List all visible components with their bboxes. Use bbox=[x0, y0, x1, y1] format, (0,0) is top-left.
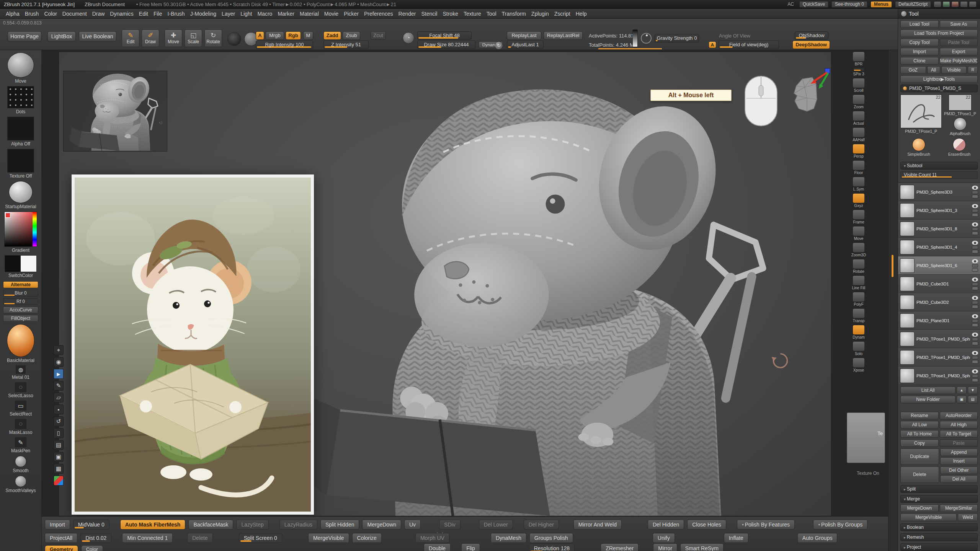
quicksave-button[interactable]: QuickSave bbox=[799, 1, 828, 8]
document-minimap[interactable] bbox=[63, 71, 167, 152]
uv-icon[interactable] bbox=[972, 287, 978, 290]
replay-last-rel-button[interactable]: ReplayLastRel bbox=[544, 31, 583, 40]
menu-item[interactable]: Marker bbox=[275, 10, 297, 18]
mergesimilar-button[interactable]: MergeSimilar bbox=[940, 504, 978, 512]
menu-item[interactable]: Stroke bbox=[440, 10, 461, 18]
tray-tool[interactable]: ✎ MaskPen bbox=[11, 437, 30, 453]
subpalette-button[interactable]: Morph UV bbox=[415, 533, 449, 543]
grid-icon[interactable]: ▦ bbox=[54, 464, 64, 474]
subpalette-button[interactable]: Min Connected 1 bbox=[122, 533, 173, 543]
move-button[interactable]: ✚Move bbox=[165, 29, 182, 47]
undo-icon[interactable]: ↺ bbox=[54, 416, 64, 426]
subpalette-button[interactable]: MergeDown bbox=[362, 520, 401, 530]
subpalette-button[interactable]: Unify bbox=[653, 533, 675, 543]
subpalette-button[interactable]: Colorize bbox=[352, 533, 382, 543]
menu-item[interactable]: Edit bbox=[136, 10, 151, 18]
home-page-button[interactable]: Home Page bbox=[8, 31, 41, 41]
append-button[interactable]: Append bbox=[940, 448, 978, 456]
zadd-button[interactable]: Zadd bbox=[323, 31, 341, 40]
pencil-icon[interactable]: ✎ bbox=[54, 381, 64, 391]
all-high-button[interactable]: All High bbox=[940, 421, 978, 429]
replay-last-button[interactable]: ReplayLast bbox=[507, 31, 541, 40]
strip-tool[interactable]: Persp bbox=[853, 144, 865, 158]
weld-button[interactable]: Weld bbox=[958, 514, 978, 521]
menu-item[interactable]: Texture bbox=[461, 10, 484, 18]
PM3D_TPose1_PM3D_Sphere3[interactable]: PM3D_TPose1_PM3D_Sphere3 bbox=[898, 367, 980, 385]
lightbox-tools-button[interactable]: Lightbox▶Tools bbox=[900, 75, 978, 83]
strip-tool[interactable]: Transp bbox=[853, 308, 865, 323]
eye-icon[interactable]: ◉ bbox=[54, 357, 64, 367]
uv-icon[interactable] bbox=[972, 323, 978, 327]
split-section-header[interactable]: Split bbox=[900, 485, 978, 493]
zbrush-document[interactable]: Alt + Mouse left bbox=[59, 52, 831, 516]
PM3D_Sphere3D3[interactable]: PM3D_Sphere3D3 bbox=[898, 183, 980, 201]
paste-subtool-button[interactable]: Paste bbox=[940, 439, 978, 447]
polypaint-icon[interactable] bbox=[972, 191, 978, 194]
uv-icon[interactable] bbox=[972, 195, 978, 198]
tray-tool[interactable]: BasicMaterial bbox=[7, 324, 34, 363]
stroke-picker-icon[interactable] bbox=[227, 32, 241, 46]
reference-photo[interactable] bbox=[72, 174, 314, 515]
polypaint-icon[interactable] bbox=[972, 246, 978, 249]
all-low-button[interactable]: All Low bbox=[900, 421, 939, 429]
uv-icon[interactable] bbox=[972, 231, 978, 235]
save-as-button[interactable]: Save As bbox=[940, 20, 978, 28]
subtool-section-header[interactable]: Subtool bbox=[900, 162, 978, 170]
uv-icon[interactable] bbox=[972, 342, 978, 345]
palette-tab[interactable]: Double bbox=[424, 543, 451, 551]
eye-icon[interactable] bbox=[972, 314, 978, 318]
menu-item[interactable]: Dynamics bbox=[107, 10, 136, 18]
tray-tool[interactable]: Gradient bbox=[4, 212, 37, 253]
help-icon[interactable] bbox=[969, 2, 976, 7]
focal-shift-slider[interactable]: Focal Shift 48 bbox=[417, 31, 472, 40]
PM3D_Sphere3D1_8[interactable]: PM3D_Sphere3D1_8 bbox=[898, 220, 980, 238]
alphabrush-icon[interactable] bbox=[954, 117, 967, 130]
subpalette-button[interactable]: MergeVisible bbox=[308, 533, 349, 543]
menu-item[interactable]: Picker bbox=[341, 10, 361, 18]
menu-item[interactable]: Draw bbox=[90, 10, 108, 18]
polypaint-icon[interactable] bbox=[972, 337, 978, 341]
menu-item[interactable]: File bbox=[151, 10, 165, 18]
eraserbrush-item[interactable]: EraserBrush bbox=[941, 138, 978, 156]
goz-all-button[interactable]: All bbox=[927, 66, 940, 74]
uv-icon[interactable] bbox=[972, 268, 978, 272]
points-gradient-bar[interactable] bbox=[632, 29, 638, 47]
subpalette-button[interactable]: Dist 0.02 bbox=[80, 533, 111, 543]
menus-button[interactable]: Menus bbox=[871, 1, 892, 8]
subpalette-button[interactable]: Del Lower bbox=[479, 520, 513, 530]
import-button[interactable]: Import bbox=[900, 48, 939, 55]
menu-item[interactable]: Alpha bbox=[3, 10, 22, 18]
autoreorder-button[interactable]: AutoReorder bbox=[940, 412, 978, 419]
subpalette-button[interactable]: Split Hidden bbox=[320, 520, 359, 530]
subpalette-button[interactable]: Split Screen 0 bbox=[239, 533, 282, 543]
blur-slider[interactable]: Blur 0 bbox=[3, 290, 38, 297]
all-to-target-button[interactable]: All To Target bbox=[940, 430, 978, 438]
rotate-button[interactable]: ↻Rotate bbox=[204, 29, 222, 47]
menu-item[interactable]: Color bbox=[41, 10, 59, 18]
new-folder-button[interactable]: New Folder bbox=[900, 396, 956, 403]
menu-item[interactable]: Light bbox=[238, 10, 255, 18]
simplebrush-item[interactable]: SimpleBrush bbox=[900, 138, 937, 156]
tray-tool[interactable]: Alpha Off bbox=[7, 117, 34, 147]
uv-icon[interactable] bbox=[972, 213, 978, 217]
accucurve-button[interactable]: AccuCurve bbox=[3, 306, 38, 313]
palette-tab[interactable]: Color bbox=[81, 545, 103, 551]
eye-icon[interactable] bbox=[972, 186, 978, 190]
subpalette-button[interactable]: Polish By Groups bbox=[813, 520, 867, 530]
see-through-slider[interactable]: See-through 0 bbox=[831, 1, 867, 8]
menu-item[interactable]: Stencil bbox=[418, 10, 440, 18]
draw-button[interactable]: ✐Draw bbox=[142, 29, 159, 47]
recent-tool-thumbnail[interactable]: 22 bbox=[949, 95, 972, 111]
subpalette-button[interactable]: Del Higher bbox=[524, 520, 559, 530]
subpalette-button[interactable]: SDiv bbox=[439, 520, 461, 530]
replay-icon[interactable]: ↻ bbox=[495, 41, 503, 50]
gravity-strength-slider[interactable]: Gravity Strength 0 bbox=[655, 34, 699, 42]
goz-button[interactable]: GoZ bbox=[900, 66, 926, 74]
copy-subtool-button[interactable]: Copy bbox=[900, 439, 939, 447]
subpalette-button[interactable]: Auto Groups bbox=[797, 533, 838, 543]
texture-popout[interactable]: Te bbox=[847, 412, 885, 463]
strip-tool[interactable]: Frame bbox=[853, 210, 865, 224]
pages-icon[interactable]: ▣ bbox=[54, 452, 64, 462]
eraser-icon[interactable]: ▱ bbox=[54, 393, 64, 403]
current-tool-thumbnail[interactable]: 22 bbox=[900, 95, 942, 128]
